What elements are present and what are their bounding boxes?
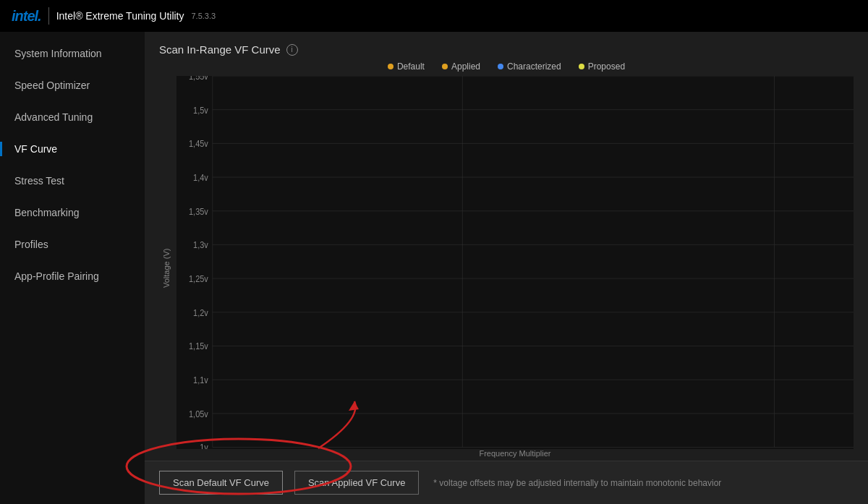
chart-wrapper: Voltage (V)	[159, 76, 854, 461]
chart-container: Scan In-Range VF Curve i Default Applied…	[145, 32, 868, 461]
main-content: Scan In-Range VF Curve i Default Applied…	[145, 32, 868, 504]
chart-area: 1,55v 1,5v 1,45v 1,4v 1,35v 1,3v 1,25v 1…	[176, 76, 854, 461]
legend-dot-proposed	[579, 64, 584, 69]
y-axis-label: Voltage (V)	[159, 76, 174, 461]
svg-text:1,25v: 1,25v	[189, 273, 209, 284]
chart-title-row: Scan In-Range VF Curve i	[159, 43, 854, 56]
svg-text:1,15v: 1,15v	[189, 341, 209, 351]
legend-dot-applied	[442, 64, 448, 69]
legend-characterized: Characterized	[498, 61, 561, 72]
footer-note: * voltage offsets may be adjusted intern…	[433, 478, 721, 488]
intel-logo: intel.	[12, 8, 41, 25]
svg-text:1,35v: 1,35v	[189, 206, 209, 217]
sidebar: System Information Speed Optimizer Advan…	[0, 32, 145, 504]
scan-default-button[interactable]: Scan Default VF Curve	[159, 471, 283, 495]
chart-svg-container: 1,55v 1,5v 1,45v 1,4v 1,35v 1,3v 1,25v 1…	[176, 76, 854, 449]
app-title: Intel® Extreme Tuning Utility	[56, 10, 184, 22]
legend-proposed: Proposed	[579, 61, 625, 72]
svg-text:1,05v: 1,05v	[189, 409, 209, 419]
app-version: 7.5.3.3	[192, 12, 216, 20]
legend-default: Default	[388, 61, 425, 72]
chart-svg: 1,55v 1,5v 1,45v 1,4v 1,35v 1,3v 1,25v 1…	[176, 76, 854, 449]
legend-applied: Applied	[442, 61, 480, 72]
legend-dot-default	[388, 64, 393, 69]
svg-text:1,2v: 1,2v	[193, 307, 208, 318]
svg-text:1,5v: 1,5v	[193, 105, 208, 116]
sidebar-item-speed-optimizer[interactable]: Speed Optimizer	[0, 69, 145, 101]
sidebar-item-advanced-tuning[interactable]: Advanced Tuning	[0, 101, 145, 133]
footer-bar: Scan Default VF Curve Scan Applied VF Cu…	[145, 461, 868, 504]
header-divider	[48, 7, 49, 25]
sidebar-item-profiles[interactable]: Profiles	[0, 228, 145, 260]
svg-text:1,4v: 1,4v	[193, 172, 208, 183]
svg-text:1,45v: 1,45v	[189, 138, 209, 149]
x-axis-title: Frequency Multiplier	[176, 449, 854, 458]
chart-title: Scan In-Range VF Curve	[159, 43, 281, 56]
legend-dot-characterized	[498, 64, 503, 69]
svg-text:1v: 1v	[200, 442, 208, 449]
sidebar-item-stress-test[interactable]: Stress Test	[0, 165, 145, 197]
sidebar-item-system-information[interactable]: System Information	[0, 38, 145, 69]
svg-text:1,55v: 1,55v	[189, 76, 209, 82]
sidebar-item-benchmarking[interactable]: Benchmarking	[0, 197, 145, 228]
scan-applied-button[interactable]: Scan Applied VF Curve	[294, 471, 419, 495]
layout: System Information Speed Optimizer Advan…	[0, 32, 868, 504]
chart-legend: Default Applied Characterized Proposed	[159, 61, 854, 72]
svg-rect-0	[176, 76, 854, 449]
header: intel. Intel® Extreme Tuning Utility 7.5…	[0, 0, 868, 32]
svg-text:1,3v: 1,3v	[193, 239, 208, 250]
sidebar-item-app-profile-pairing[interactable]: App-Profile Pairing	[0, 260, 145, 292]
info-icon[interactable]: i	[286, 44, 298, 56]
svg-text:1,1v: 1,1v	[193, 375, 208, 385]
sidebar-item-vf-curve[interactable]: VF Curve	[0, 133, 145, 165]
